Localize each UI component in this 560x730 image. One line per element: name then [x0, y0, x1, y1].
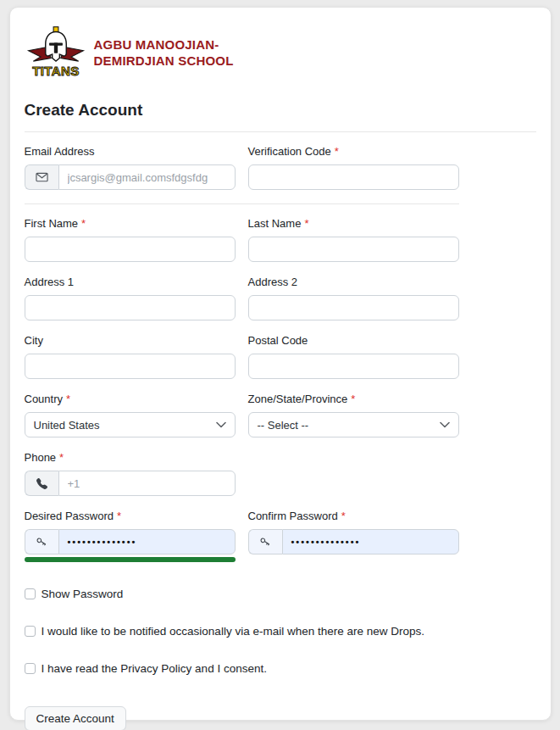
required-asterisk: *	[341, 510, 346, 522]
address1-input[interactable]	[25, 295, 236, 320]
privacy-policy-link[interactable]: Privacy Policy	[120, 662, 191, 675]
city-label: City	[25, 334, 236, 347]
postal-code-field: Postal Code	[248, 334, 459, 379]
country-field: Country* United States	[25, 393, 236, 437]
zone-select[interactable]: -- Select --	[248, 412, 459, 437]
key-icon	[248, 529, 282, 554]
create-account-button[interactable]: Create Account	[25, 706, 126, 730]
address1-label: Address 1	[25, 276, 236, 288]
zone-field: Zone/State/Province* -- Select --	[248, 393, 459, 437]
verification-code-label: Verification Code*	[248, 145, 459, 158]
required-asterisk: *	[117, 510, 121, 522]
show-password-checkbox[interactable]	[25, 588, 36, 599]
address2-field: Address 2	[248, 276, 459, 320]
create-account-card: TITANS AGBU MANOOJIAN- DEMIRDJIAN SCHOOL…	[9, 7, 552, 721]
required-asterisk: *	[59, 451, 64, 464]
last-name-field: Last Name*	[248, 217, 459, 262]
privacy-checkbox[interactable]	[25, 663, 36, 674]
last-name-label: Last Name*	[248, 217, 459, 230]
confirm-password-field: Confirm Password* ••••••••••••••	[248, 510, 459, 562]
titans-logo: TITANS	[25, 26, 87, 79]
email-field: Email Address	[25, 145, 236, 190]
email-input[interactable]	[58, 164, 236, 190]
notify-row: I would like to be notified occasionally…	[25, 625, 459, 638]
titans-logo-text: TITANS	[32, 64, 80, 78]
phone-field: Phone*	[25, 451, 236, 496]
first-name-label: First Name*	[25, 217, 236, 230]
desired-password-input[interactable]: ••••••••••••••	[58, 529, 236, 554]
confirm-password-label: Confirm Password*	[248, 510, 459, 522]
email-label: Email Address	[25, 145, 236, 158]
phone-icon	[25, 471, 58, 496]
address2-label: Address 2	[248, 276, 459, 288]
required-asterisk: *	[351, 393, 355, 405]
registration-form: Email Address Verification Code*	[25, 145, 459, 730]
first-name-input[interactable]	[25, 237, 236, 262]
city-field: City	[25, 334, 236, 379]
divider-mid	[25, 203, 459, 204]
privacy-row: I have read the Privacy Policy and I con…	[25, 662, 459, 676]
country-label: Country*	[25, 393, 236, 405]
address1-field: Address 1	[25, 276, 236, 320]
city-input[interactable]	[25, 354, 236, 379]
privacy-label: I have read the Privacy Policy and I con…	[42, 662, 267, 676]
key-icon	[25, 529, 58, 554]
verification-code-input[interactable]	[248, 164, 459, 190]
envelope-icon	[25, 164, 58, 190]
show-password-label: Show Password	[42, 588, 124, 601]
chevron-down-icon	[216, 421, 226, 428]
password-strength-bar	[25, 557, 236, 562]
phone-label: Phone*	[25, 451, 236, 464]
required-asterisk: *	[335, 145, 339, 158]
school-name: AGBU MANOOJIAN- DEMIRDJIAN SCHOOL	[94, 36, 234, 70]
show-password-row: Show Password	[25, 588, 459, 601]
last-name-input[interactable]	[248, 237, 459, 262]
required-asterisk: *	[66, 393, 70, 405]
desired-password-label: Desired Password*	[25, 510, 236, 522]
header: TITANS AGBU MANOOJIAN- DEMIRDJIAN SCHOOL	[25, 26, 536, 79]
page-title: Create Account	[25, 101, 536, 120]
notify-checkbox[interactable]	[25, 626, 36, 637]
address2-input[interactable]	[248, 295, 459, 320]
desired-password-field: Desired Password* ••••••••••••••	[25, 510, 236, 562]
zone-label: Zone/State/Province*	[248, 393, 459, 405]
postal-code-label: Postal Code	[248, 334, 459, 347]
divider-top	[25, 131, 536, 132]
confirm-password-input[interactable]: ••••••••••••••	[282, 529, 459, 554]
required-asterisk: *	[304, 217, 308, 230]
chevron-down-icon	[440, 421, 450, 428]
required-asterisk: *	[81, 217, 86, 230]
phone-input[interactable]	[58, 471, 236, 496]
country-select[interactable]: United States	[25, 412, 236, 437]
verification-code-field: Verification Code*	[248, 145, 459, 190]
postal-code-input[interactable]	[248, 354, 459, 379]
first-name-field: First Name*	[25, 217, 236, 262]
notify-label: I would like to be notified occasionally…	[42, 625, 424, 638]
